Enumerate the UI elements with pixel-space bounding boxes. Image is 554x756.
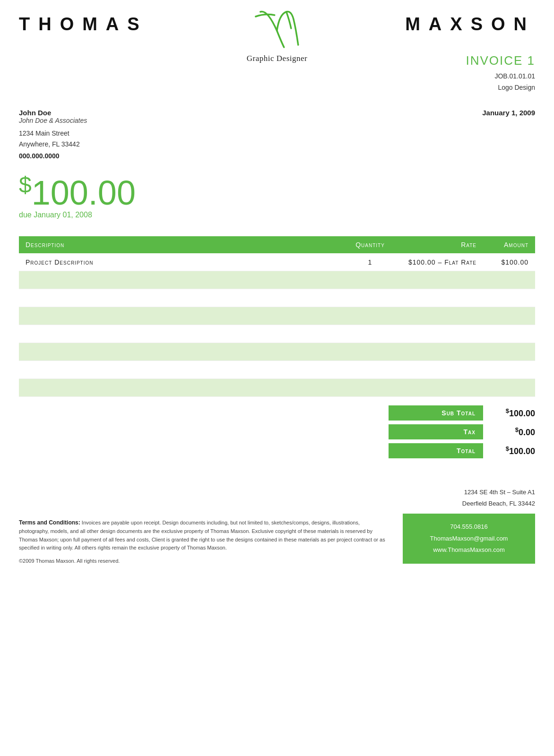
row-0-qty: 1: [339, 258, 401, 266]
tax-row: Tax $0.00: [389, 424, 535, 439]
invoice-date: January 1, 2009: [482, 109, 535, 117]
table-row: [19, 379, 535, 397]
footer-website: www.ThomasMaxson.com: [412, 544, 526, 556]
page-header: THOMAS Graphic Designer MAXSON: [0, 0, 554, 34]
footer-right: 1234 SE 4th St – Suite A1 Deerfield Beac…: [403, 487, 535, 564]
client-phone: 000.000.0000: [19, 152, 87, 160]
table-row: [19, 289, 535, 307]
amount-big: $100.00: [19, 174, 535, 210]
name-right: MAXSON: [405, 14, 535, 34]
amount-due-section: $100.00 due January 01, 2008: [0, 160, 554, 219]
tax-value: $0.00: [483, 426, 535, 438]
client-company: John Doe & Associates: [19, 117, 87, 124]
billing-left: John Doe John Doe & Associates 1234 Main…: [19, 109, 87, 160]
footer-address-line1: 1234 SE 4th St – Suite A1: [464, 489, 535, 496]
name-left-text: THOMAS: [19, 14, 148, 34]
dollar-sign: $: [19, 172, 32, 198]
address-line2: Anywhere, FL 33442: [19, 140, 80, 148]
table-row: [19, 343, 535, 361]
row-0-amount: $100.00: [476, 258, 528, 266]
total-row: Total $100.00: [389, 443, 535, 458]
logo-icon: [251, 5, 303, 52]
billing-section: John Doe John Doe & Associates 1234 Main…: [0, 98, 554, 160]
table-row: [19, 307, 535, 325]
copyright: ©2009 Thomas Maxson. All rights reserved…: [19, 558, 389, 564]
terms-label: Terms and Conditions:: [19, 519, 80, 526]
col-header-amount: Amount: [476, 241, 528, 249]
col-header-rate: Rate: [401, 241, 476, 249]
subtotal-dollar: $: [506, 407, 509, 414]
footer: Terms and Conditions: Invoices are payab…: [0, 487, 554, 578]
footer-phone: 704.555.0816: [412, 521, 526, 533]
footer-address-line2: Deerfield Beach, FL 33442: [462, 500, 535, 507]
col-header-description: Description: [26, 241, 339, 249]
amount-value: 100.00: [32, 174, 136, 212]
billing-right: January 1, 2009: [482, 109, 535, 160]
col-header-quantity: Quantity: [339, 241, 401, 249]
subtotal-amount: 100.00: [509, 409, 535, 418]
total-value: $100.00: [483, 445, 535, 456]
due-date: due January 01, 2008: [19, 211, 535, 219]
client-name: John Doe: [19, 109, 87, 117]
table-row: [19, 325, 535, 343]
subtotal-label: Sub Total: [389, 405, 483, 421]
table-row: [19, 271, 535, 289]
footer-left: Terms and Conditions: Invoices are payab…: [19, 518, 389, 564]
footer-address: 1234 SE 4th St – Suite A1 Deerfield Beac…: [403, 487, 535, 509]
terms-paragraph: Terms and Conditions: Invoices are payab…: [19, 518, 389, 552]
subtotal-row: Sub Total $100.00: [389, 405, 535, 421]
address-line1: 1234 Main Street: [19, 129, 69, 137]
total-dollar: $: [506, 445, 509, 452]
logo-subtitle: Graphic Designer: [247, 54, 307, 63]
invoice-meta: JOB.01.01.01 Logo Design: [19, 71, 535, 94]
subtotal-value: $100.00: [483, 407, 535, 419]
client-address: 1234 Main Street Anywhere, FL 33442: [19, 128, 87, 151]
footer-email: ThomasMaxson@gmail.com: [412, 533, 526, 545]
total-label: Total: [389, 443, 483, 458]
row-0-desc: Project Description: [26, 258, 339, 266]
invoice-table: Description Quantity Rate Amount Project…: [19, 236, 535, 397]
job-type: Logo Design: [498, 84, 535, 91]
table-row: [19, 361, 535, 379]
table-header: Description Quantity Rate Amount: [19, 236, 535, 253]
tax-dollar: $: [515, 426, 519, 433]
row-0-rate: $100.00 – Flat Rate: [401, 258, 476, 266]
footer-contact-box: 704.555.0816 ThomasMaxson@gmail.com www.…: [403, 514, 535, 564]
job-number: JOB.01.01.01: [494, 72, 535, 80]
totals-section: Sub Total $100.00 Tax $0.00 Total $100.0…: [19, 405, 535, 458]
table-row: Project Description 1 $100.00 – Flat Rat…: [19, 253, 535, 271]
logo-center: Graphic Designer: [247, 5, 307, 63]
name-left: THOMAS: [19, 14, 148, 34]
total-amount: 100.00: [509, 447, 535, 456]
tax-amount: 0.00: [519, 428, 535, 437]
tax-label: Tax: [389, 424, 483, 439]
name-right-text: MAXSON: [405, 14, 535, 34]
